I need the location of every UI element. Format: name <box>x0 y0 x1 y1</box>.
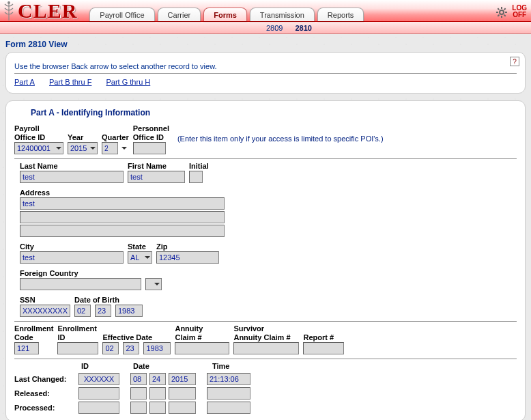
foreign-country-select[interactable] <box>145 278 162 290</box>
svg-point-0 <box>8 1 10 4</box>
row-enrollment: Enrollment Code Enrollment ID Effective … <box>14 324 517 354</box>
lbl-survivor-1: Survivor <box>233 324 299 333</box>
section-title: Part A - Identifying Information <box>14 107 517 124</box>
ssn-input[interactable] <box>20 305 70 317</box>
lbl-last-changed: Last Changed: <box>14 375 76 383</box>
svg-line-7 <box>504 15 506 16</box>
annuity-claim-input[interactable] <box>175 342 229 354</box>
tab-carrier[interactable]: Carrier <box>158 8 201 21</box>
instruction-card: ? Use the browser Back arrow to select a… <box>5 52 526 94</box>
personnel-office-id-input[interactable] <box>133 142 166 154</box>
lbl-audit-time: Time <box>212 362 229 371</box>
last-name-input[interactable] <box>20 171 124 183</box>
lc-mm-input[interactable] <box>130 373 147 385</box>
state-select[interactable] <box>128 251 152 264</box>
enroll-code-input[interactable] <box>14 342 39 354</box>
instruction-note: Use the browser Back arrow to select ano… <box>14 62 517 70</box>
poi-hint: (Enter this item only if your access is … <box>177 135 384 144</box>
page-title: Form 2810 View <box>0 34 531 52</box>
proc-dd-input[interactable] <box>149 402 166 414</box>
lbl-quarter: Quarter <box>102 133 129 142</box>
rel-mm-input[interactable] <box>130 387 147 400</box>
year-select[interactable] <box>68 142 98 154</box>
lc-time-input[interactable] <box>207 373 250 385</box>
lbl-address: Address <box>20 188 517 197</box>
first-name-input[interactable] <box>128 171 185 183</box>
proc-yyyy-input[interactable] <box>169 402 196 414</box>
svg-point-1 <box>500 10 504 14</box>
gear-icon[interactable] <box>496 6 508 18</box>
lbl-dob: Date of Birth <box>74 296 143 305</box>
main-tabs: Payroll Office Carrier Forms Transmissio… <box>89 8 490 21</box>
logoff-line2: OFF <box>512 12 527 18</box>
lbl-ssn: SSN <box>20 296 70 305</box>
rel-time-input[interactable] <box>207 387 250 400</box>
proc-id-input[interactable] <box>78 402 119 414</box>
lc-id-input[interactable] <box>78 373 119 385</box>
rel-dd-input[interactable] <box>149 387 166 400</box>
tab-forms[interactable]: Forms <box>203 8 247 21</box>
row-names: Last Name First Name Initial <box>14 162 517 183</box>
proc-time-input[interactable] <box>207 402 250 414</box>
lbl-payroll-office-id-1: Payroll <box>14 124 63 133</box>
lbl-personnel-1: Personnel <box>133 124 169 133</box>
form-card: Part A - Identifying Information Payroll… <box>5 100 526 420</box>
lbl-personnel-2: Office ID <box>133 133 169 142</box>
enroll-id-input[interactable] <box>57 342 98 354</box>
lc-yyyy-input[interactable] <box>169 373 196 385</box>
address2-input[interactable] <box>20 211 225 223</box>
help-icon[interactable]: ? <box>510 57 519 66</box>
lbl-payroll-office-id-2: Office ID <box>14 133 63 142</box>
app-logo: CLER <box>18 1 77 21</box>
lbl-audit-date: Date <box>133 362 208 371</box>
rel-yyyy-input[interactable] <box>169 387 196 400</box>
eff-mm-input[interactable] <box>102 342 119 354</box>
lbl-first-name: First Name <box>128 162 185 171</box>
tab-transmission[interactable]: Transmission <box>250 8 315 21</box>
row-ssn-dob: SSN Date of Birth <box>20 296 517 317</box>
initial-input[interactable] <box>189 171 203 183</box>
report-num-input[interactable] <box>303 342 344 354</box>
lbl-enroll-code-2: Code <box>14 333 53 342</box>
city-input[interactable] <box>20 251 124 264</box>
eff-dd-input[interactable] <box>123 342 139 354</box>
row-ids: Payroll Office ID Year Quarter Personnel… <box>14 124 517 154</box>
quarter-select[interactable] <box>102 142 118 154</box>
lbl-annuity-2: Claim # <box>175 333 229 342</box>
subtab-2809[interactable]: 2809 <box>266 24 283 32</box>
subtab-2810[interactable]: 2810 <box>295 24 311 32</box>
audit-processed: Processed: <box>14 402 517 414</box>
tab-payroll-office[interactable]: Payroll Office <box>89 8 154 21</box>
audit-released: Released: <box>14 387 517 400</box>
dob-dd-input[interactable] <box>95 305 111 317</box>
logoff-button[interactable]: LOG OFF <box>512 5 527 18</box>
lbl-enroll-id-1: Enrollment <box>57 324 98 333</box>
sub-tabs: 2809 2810 <box>0 22 531 34</box>
lc-dd-input[interactable] <box>149 373 166 385</box>
address1-input[interactable] <box>20 197 225 210</box>
zip-input[interactable] <box>156 251 219 264</box>
address3-input[interactable] <box>20 225 225 237</box>
proc-mm-input[interactable] <box>130 402 147 414</box>
rel-id-input[interactable] <box>78 387 119 400</box>
lbl-audit-id: ID <box>81 362 129 371</box>
link-part-g-h[interactable]: Part G thru H <box>106 78 150 86</box>
link-part-a[interactable]: Part A <box>14 78 35 86</box>
tab-reports[interactable]: Reports <box>317 8 364 21</box>
lbl-survivor-2: Annuity Claim # <box>233 333 299 342</box>
dob-mm-input[interactable] <box>74 305 91 317</box>
lbl-foreign: Foreign Country <box>20 269 517 278</box>
survivor-claim-input[interactable] <box>233 342 299 354</box>
lbl-city: City <box>20 242 124 251</box>
foreign-country-input[interactable] <box>20 278 141 290</box>
eff-yyyy-input[interactable] <box>143 342 171 354</box>
dob-yyyy-input[interactable] <box>115 305 143 317</box>
svg-line-8 <box>498 15 500 16</box>
lbl-enroll-code-1: Enrollment <box>14 324 53 333</box>
payroll-office-id-select[interactable] <box>14 142 63 154</box>
link-part-b-f[interactable]: Part B thru F <box>49 78 91 86</box>
lbl-enroll-id-2: ID <box>57 333 98 342</box>
lbl-initial: Initial <box>189 162 209 171</box>
app-header: CLER Payroll Office Carrier Forms Transm… <box>0 0 531 22</box>
lbl-released: Released: <box>14 389 76 397</box>
